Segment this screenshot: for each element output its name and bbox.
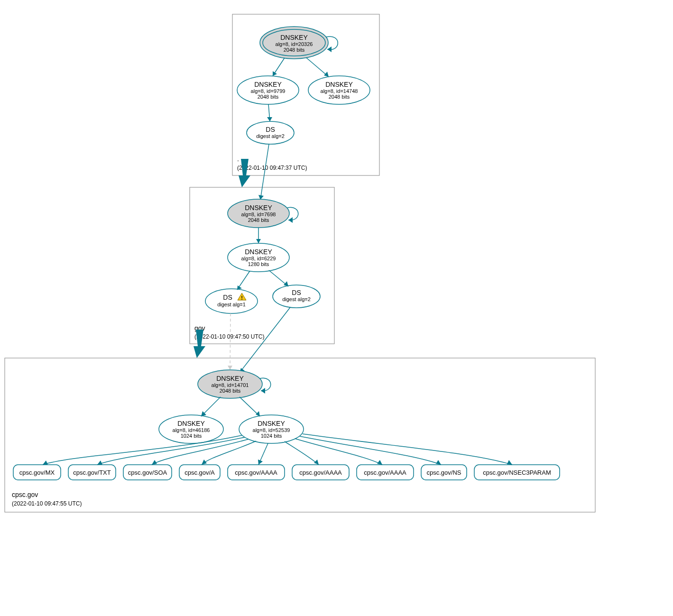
zone-arrow-root-gov (239, 159, 250, 187)
edge-govds2-cpscksk (240, 307, 290, 373)
rr-a: cpsc.gov/A (179, 465, 220, 480)
edge-govds1-cpscksk (230, 313, 230, 370)
node-gov-ds2: DS digest alg=2 (273, 285, 320, 308)
node-gov-ds1: DS digest alg=1 (205, 289, 258, 313)
zone-root-timestamp: (2022-01-10 09:47:37 UTC) (237, 165, 307, 171)
node-cpsc-zsk2-sub1: alg=8, id=52539 (253, 427, 290, 433)
node-cpsc-zsk1-title: DNSKEY (177, 420, 205, 427)
node-gov-ksk-sub1: alg=8, id=7698 (241, 211, 276, 217)
svg-marker-20 (228, 366, 232, 370)
svg-marker-5 (273, 71, 277, 76)
rr-aaaa3-text: cpsc.gov/AAAA (364, 469, 406, 476)
node-cpsc-zsk-52539: DNSKEY alg=8, id=52539 1024 bits (239, 415, 304, 443)
svg-marker-37 (43, 460, 48, 465)
node-cpsc-ksk-title: DNSKEY (216, 375, 244, 382)
rr-nsec3param: cpsc.gov/NSEC3PARAM (474, 465, 560, 480)
rr-aaaa1-text: cpsc.gov/AAAA (235, 469, 277, 476)
node-root-zsk2-sub1: alg=8, id=14748 (321, 88, 358, 94)
zone-root-label: . (237, 155, 239, 163)
svg-marker-42 (314, 460, 319, 465)
rr-txt-text: cpsc.gov/TXT (73, 469, 111, 476)
zone-cpsc-label: cpsc.gov (12, 491, 38, 498)
edge-zsk2-txt (97, 437, 245, 465)
node-gov-zsk-title: DNSKEY (245, 248, 272, 256)
node-root-ksk-sub2: 2048 bits (284, 47, 305, 53)
node-root-zsk1-title: DNSKEY (254, 81, 282, 88)
node-gov-ksk-sub2: 2048 bits (248, 217, 269, 223)
svg-marker-19 (284, 281, 288, 286)
node-root-ksk: DNSKEY alg=8, id=20326 2048 bits (260, 27, 328, 59)
node-gov-ksk-title: DNSKEY (245, 204, 272, 211)
svg-marker-38 (97, 460, 102, 465)
edge-rootds-govksk (260, 144, 269, 200)
node-cpsc-zsk1-sub2: 1024 bits (181, 433, 202, 439)
node-root-ksk-sub1: alg=8, id=20326 (276, 41, 313, 47)
rr-ns: cpsc.gov/NS (421, 465, 467, 480)
rr-aaaa-3: cpsc.gov/AAAA (357, 465, 414, 480)
rr-aaaa-1: cpsc.gov/AAAA (228, 465, 285, 480)
node-gov-zsk-sub2: 1280 bits (248, 261, 269, 267)
svg-marker-13 (256, 239, 261, 243)
zone-cpsc-timestamp: (2022-01-10 09:47:55 UTC) (12, 500, 82, 507)
rr-aaaa2-text: cpsc.gov/AAAA (299, 469, 342, 476)
node-gov-zsk: DNSKEY alg=8, id=6229 1280 bits (228, 243, 289, 272)
node-gov-ksk: DNSKEY alg=8, id=7698 2048 bits (228, 199, 289, 228)
svg-marker-11 (288, 217, 293, 223)
node-root-ds-title: DS (266, 126, 275, 133)
node-cpsc-ksk: DNSKEY alg=8, id=14701 2048 bits (198, 370, 262, 398)
node-gov-ds2-title: DS (292, 289, 301, 296)
node-root-zsk2-sub2: 2048 bits (329, 94, 350, 100)
rr-mx-text: cpsc.gov/MX (19, 469, 55, 476)
rr-aaaa-2: cpsc.gov/AAAA (292, 465, 349, 480)
dnssec-graph: . (2022-01-10 09:47:37 UTC) DNSKEY alg=8… (0, 0, 673, 616)
rr-a-text: cpsc.gov/A (184, 469, 215, 476)
node-cpsc-zsk-46186: DNSKEY alg=8, id=46186 1024 bits (159, 415, 223, 443)
node-gov-ds1-title: DS (223, 294, 232, 301)
edge-zsk2-aaaa2 (285, 441, 319, 465)
svg-marker-2 (327, 46, 332, 52)
node-root-ksk-title: DNSKEY (280, 34, 308, 41)
node-cpsc-zsk2-sub2: 1024 bits (261, 433, 282, 439)
node-root-zsk1-sub1: alg=8, id=9799 (251, 88, 286, 94)
svg-marker-23 (261, 388, 265, 394)
rr-ns-text: cpsc.gov/NS (427, 469, 461, 476)
svg-text:!: ! (241, 295, 243, 301)
node-gov-ds1-sub1: digest alg=1 (217, 302, 246, 307)
node-cpsc-ksk-sub2: 2048 bits (220, 388, 241, 394)
svg-marker-45 (507, 460, 512, 465)
edge-zsk2-ns (300, 436, 441, 465)
rr-soa-text: cpsc.gov/SOA (128, 469, 167, 476)
node-root-zsk1-sub2: 2048 bits (258, 94, 279, 100)
node-root-ds-sub1: digest alg=2 (256, 133, 285, 139)
node-root-zsk-9799: DNSKEY alg=8, id=9799 2048 bits (237, 76, 299, 104)
node-gov-zsk-sub1: alg=8, id=6229 (241, 256, 276, 261)
rr-soa: cpsc.gov/SOA (123, 465, 172, 480)
svg-marker-44 (436, 460, 441, 465)
node-root-zsk2-title: DNSKEY (325, 81, 353, 88)
node-cpsc-zsk1-sub1: alg=8, id=46186 (173, 427, 210, 433)
svg-marker-27 (256, 411, 260, 416)
rr-txt: cpsc.gov/TXT (68, 465, 116, 480)
rr-nsec3-text: cpsc.gov/NSEC3PARAM (483, 469, 551, 476)
node-cpsc-zsk2-title: DNSKEY (258, 420, 285, 427)
node-cpsc-ksk-sub1: alg=8, id=14701 (212, 382, 249, 388)
node-root-ds: DS digest alg=2 (247, 121, 294, 144)
svg-point-14 (205, 289, 258, 313)
svg-marker-40 (202, 460, 207, 465)
svg-marker-8 (267, 117, 272, 121)
svg-marker-6 (324, 72, 329, 77)
zone-gov-timestamp: (2022-01-10 09:47:50 UTC) (194, 333, 264, 340)
node-root-zsk-14748: DNSKEY alg=8, id=14748 2048 bits (308, 76, 370, 104)
rr-mx: cpsc.gov/MX (13, 465, 61, 480)
node-gov-ds2-sub1: digest alg=2 (282, 296, 311, 302)
